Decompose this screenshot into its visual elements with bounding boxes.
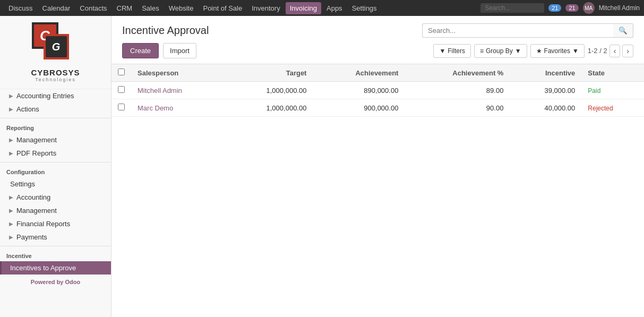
chevron-icon: ▶ (9, 221, 13, 227)
logo-text: CYBROSYS (31, 68, 80, 77)
nav-search-input[interactable] (480, 3, 544, 13)
chevron-icon: ▶ (9, 234, 13, 240)
import-button[interactable]: Import (163, 43, 196, 58)
cell-achievement: 890,000.00 (313, 82, 405, 99)
nav-badge-messages[interactable]: 21 (548, 4, 561, 12)
chevron-down-icon: ▼ (572, 47, 579, 55)
cell-state: Rejected (581, 99, 644, 117)
sidebar-logo: C G CYBROSYS Technologies (0, 16, 111, 89)
sidebar-item-payments[interactable]: ▶ Payments (0, 230, 111, 244)
chevron-icon: ▶ (9, 150, 13, 156)
table-row: Mitchell Admin 1,000,000.00 890,000.00 8… (111, 82, 644, 99)
row-checkbox[interactable] (118, 104, 125, 110)
nav-item-inventory[interactable]: Inventory (247, 2, 284, 14)
cell-salesperson[interactable]: Marc Demo (131, 99, 226, 117)
sidebar-label: Accounting (16, 193, 50, 201)
sidebar-label: Payments (16, 233, 47, 241)
create-button[interactable]: Create (122, 43, 159, 58)
sidebar-label: Accounting Entries (16, 92, 74, 100)
search-input[interactable] (422, 23, 613, 38)
nav-item-pos[interactable]: Point of Sale (199, 2, 246, 14)
filters-button[interactable]: ▼ Filters (433, 44, 471, 58)
cell-state: Paid (581, 82, 644, 99)
sidebar-label: Incentives to Approve (10, 264, 76, 272)
chevron-down-icon: ▼ (515, 47, 521, 55)
sidebar-label: PDF Reports (16, 149, 56, 157)
cell-incentive: 40,000.00 (510, 99, 581, 117)
pager-prev-button[interactable]: ‹ (609, 45, 621, 57)
sidebar-item-management-c[interactable]: ▶ Management (0, 204, 111, 217)
nav-item-contacts[interactable]: Contacts (75, 2, 111, 14)
sidebar-section-reporting: Reporting (0, 121, 111, 133)
sidebar-divider (0, 246, 111, 246)
top-navigation: Discuss Calendar Contacts CRM Sales Webs… (0, 0, 644, 16)
sidebar-powered-by: Powered by Odoo (0, 275, 111, 289)
pager-next-button[interactable]: › (622, 45, 633, 57)
sidebar-item-management-r[interactable]: ▶ Management (0, 133, 111, 147)
sidebar-item-financial-reports[interactable]: ▶ Financial Reports (0, 217, 111, 230)
nav-item-invoicing[interactable]: Invoicing (286, 2, 321, 14)
sidebar-item-actions[interactable]: ▶ Actions (0, 102, 111, 116)
sidebar-label: Actions (16, 105, 39, 113)
cell-salesperson[interactable]: Mitchell Admin (131, 82, 226, 99)
sidebar: C G CYBROSYS Technologies ▶ Accounting E… (0, 16, 111, 317)
cell-target: 1,000,000.00 (226, 82, 313, 99)
nav-item-website[interactable]: Website (165, 2, 198, 14)
cell-achievement-pct: 90.00 (405, 99, 510, 117)
sidebar-item-incentives-to-approve[interactable]: Incentives to Approve (0, 261, 111, 275)
nav-right: 21 21 MA Mitchell Admin (480, 2, 640, 14)
nav-item-discuss[interactable]: Discuss (4, 2, 37, 14)
sidebar-label: Management (16, 136, 57, 144)
nav-item-calendar[interactable]: Calendar (38, 2, 75, 14)
col-target[interactable]: Target (226, 64, 313, 82)
sidebar-section-incentive: Incentive (0, 249, 111, 261)
select-all-checkbox[interactable] (118, 68, 125, 75)
row-checkbox[interactable] (118, 86, 125, 93)
sidebar-item-accounting-entries[interactable]: ▶ Accounting Entries (0, 89, 111, 102)
sidebar-section-configuration: Configuration (0, 165, 111, 177)
content-header: Incentive Approval 🔍 (111, 16, 644, 38)
logo-sub: Technologies (35, 77, 76, 82)
sidebar-item-accounting[interactable]: ▶ Accounting (0, 191, 111, 204)
data-table: Salesperson Target Achievement Achieveme… (111, 64, 644, 117)
star-icon: ★ (536, 47, 542, 55)
col-state[interactable]: State (581, 64, 644, 82)
col-incentive[interactable]: Incentive (510, 64, 581, 82)
table-header-row: Salesperson Target Achievement Achieveme… (111, 64, 644, 82)
group-by-button[interactable]: ≡ Group By ▼ (474, 44, 527, 58)
nav-item-settings[interactable]: Settings (348, 2, 381, 14)
favorites-button[interactable]: ★ Favorites ▼ (530, 44, 585, 58)
col-achievement-pct[interactable]: Achievement % (405, 64, 510, 82)
nav-item-apps[interactable]: Apps (322, 2, 347, 14)
toolbar-right: ▼ Filters ≡ Group By ▼ ★ Favorites ▼ 1-2… (433, 44, 633, 58)
cell-achievement: 900,000.00 (313, 99, 405, 117)
chevron-icon: ▶ (9, 208, 13, 213)
nav-item-crm[interactable]: CRM (113, 2, 137, 14)
cell-target: 1,000,000.00 (226, 99, 313, 117)
sidebar-label: Management (16, 207, 57, 215)
table-row: Marc Demo 1,000,000.00 900,000.00 90.00 … (111, 99, 644, 117)
sidebar-label: Financial Reports (16, 220, 70, 228)
sidebar-label: Settings (10, 180, 35, 188)
nav-item-sales[interactable]: Sales (138, 2, 164, 14)
sidebar-divider (0, 162, 111, 162)
main-layout: C G CYBROSYS Technologies ▶ Accounting E… (0, 16, 644, 317)
row-checkbox-cell (111, 82, 131, 99)
sidebar-divider (0, 118, 111, 118)
cell-incentive: 39,000.00 (510, 82, 581, 99)
chevron-icon: ▶ (9, 93, 13, 99)
sidebar-item-settings[interactable]: Settings (0, 177, 111, 191)
toolbar: Create Import ▼ Filters ≡ Group By ▼ ★ F… (111, 38, 644, 64)
page-title: Incentive Approval (122, 24, 209, 37)
groupby-icon: ≡ (480, 47, 484, 55)
sidebar-item-pdf-reports[interactable]: ▶ PDF Reports (0, 147, 111, 160)
col-salesperson[interactable]: Salesperson (131, 64, 226, 82)
chevron-icon: ▶ (9, 106, 13, 112)
nav-badge-activities[interactable]: 21 (565, 4, 578, 12)
search-button[interactable]: 🔍 (613, 23, 633, 38)
col-achievement[interactable]: Achievement (313, 64, 405, 82)
avatar: MA (583, 2, 595, 14)
user-name[interactable]: Mitchell Admin (599, 4, 640, 12)
chevron-icon: ▶ (9, 194, 13, 200)
chevron-icon: ▶ (9, 137, 13, 143)
